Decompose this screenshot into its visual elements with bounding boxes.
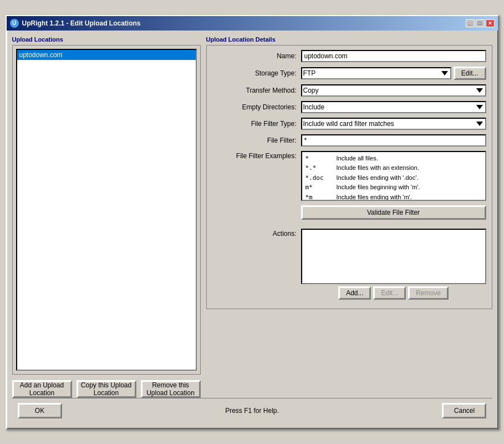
example-key-2: *.* <box>306 163 332 173</box>
window-body: Upload Locations uptodown.com Add an Upl… <box>7 31 498 428</box>
transfer-method-dropdown-wrapper: Copy Move <box>301 84 486 97</box>
storage-type-edit-button[interactable]: Edit... <box>454 67 486 80</box>
file-filter-type-dropdown-wrapper: Include wild card filter matches Exclude… <box>301 118 486 130</box>
file-filter-examples-label: File Filter Examples: <box>212 151 301 160</box>
app-icon: U <box>10 19 19 28</box>
example-desc-3: Include files ending with '.doc'. <box>337 173 419 183</box>
validate-file-filter-button[interactable]: Validate File Filter <box>301 205 486 220</box>
storage-type-dropdown-wrapper: FTP SFTP Local <box>301 67 451 79</box>
window-title: UpRight 1.2.1 - Edit Upload Locations <box>22 19 141 27</box>
minimize-button[interactable]: _ <box>466 19 475 27</box>
storage-type-label: Storage Type: <box>212 69 301 77</box>
file-filter-field <box>301 134 486 147</box>
title-bar: U UpRight 1.2.1 - Edit Upload Locations … <box>7 16 498 31</box>
transfer-method-select[interactable]: Copy Move <box>301 84 486 97</box>
file-filter-type-label: File Filter Type: <box>212 120 301 128</box>
empty-dirs-dropdown-wrapper: Include Exclude <box>301 101 486 113</box>
help-text: Press F1 for Help. <box>225 407 279 415</box>
file-filter-row: File Filter: <box>212 134 486 147</box>
remove-upload-location-button[interactable]: Remove this Upload Location <box>141 380 201 398</box>
file-filter-examples-row: File Filter Examples: * Include all file… <box>212 151 486 201</box>
actions-buttons: Add... Edit... Remove <box>301 286 486 300</box>
details-label: Upload Location Details <box>206 36 492 43</box>
name-row: Name: <box>212 50 486 62</box>
file-filter-examples-field: * Include all files. *.* Include files w… <box>301 151 486 201</box>
actions-row: Actions: Add... Edit... Remove <box>212 229 486 300</box>
transfer-method-field: Copy Move <box>301 84 486 97</box>
empty-dirs-row: Empty Directories: Include Exclude <box>212 101 486 113</box>
maximize-button[interactable]: □ <box>476 19 485 27</box>
example-desc-5: Include files ending with 'm'. <box>337 193 412 201</box>
upload-locations-group: uptodown.com <box>12 45 201 375</box>
example-key-4: m* <box>306 183 332 193</box>
main-content: Upload Locations uptodown.com Add an Upl… <box>12 36 492 398</box>
example-key-3: *.doc <box>306 173 332 183</box>
validate-row: Validate File Filter <box>212 205 486 224</box>
upload-locations-label: Upload Locations <box>12 36 201 43</box>
actions-list[interactable] <box>301 229 486 284</box>
name-field <box>301 50 486 62</box>
transfer-method-label: Transfer Method: <box>212 87 301 94</box>
title-buttons: _ □ ✕ <box>466 19 495 27</box>
empty-dirs-select[interactable]: Include Exclude <box>301 101 486 113</box>
empty-dirs-field: Include Exclude <box>301 101 486 113</box>
actions-label: Actions: <box>212 229 301 238</box>
file-filter-type-select[interactable]: Include wild card filter matches Exclude… <box>301 118 486 130</box>
empty-dirs-label: Empty Directories: <box>212 103 301 111</box>
list-item[interactable]: uptodown.com <box>17 50 196 60</box>
example-row-1: * Include all files. <box>306 154 482 164</box>
add-action-button[interactable]: Add... <box>338 286 371 300</box>
footer: OK Press F1 for Help. Cancel <box>12 398 492 423</box>
right-panel: Upload Location Details Name: Storage Ty… <box>206 36 492 398</box>
storage-type-field: FTP SFTP Local Edit... <box>301 67 486 80</box>
file-filter-type-row: File Filter Type: Include wild card filt… <box>212 118 486 130</box>
ok-button[interactable]: OK <box>18 403 62 418</box>
main-window: U UpRight 1.2.1 - Edit Upload Locations … <box>6 15 499 430</box>
example-key-1: * <box>306 154 332 164</box>
name-input[interactable] <box>301 50 486 62</box>
add-upload-location-button[interactable]: Add an Upload Location <box>12 380 72 398</box>
file-filter-type-field: Include wild card filter matches Exclude… <box>301 118 486 130</box>
remove-action-button[interactable]: Remove <box>408 286 449 300</box>
details-group: Name: Storage Type: FTP SFTP <box>206 45 492 309</box>
example-row-2: *.* Include files with an extension. <box>306 163 482 173</box>
file-filter-examples-box: * Include all files. *.* Include files w… <box>301 151 486 201</box>
edit-action-button[interactable]: Edit... <box>373 286 406 300</box>
bottom-action-buttons: Add an Upload Location Copy this Upload … <box>12 380 201 398</box>
file-filter-label: File Filter: <box>212 137 301 144</box>
example-row-3: *.doc Include files ending with '.doc'. <box>306 173 482 183</box>
storage-type-select[interactable]: FTP SFTP Local <box>301 67 451 79</box>
example-desc-2: Include files with an extension. <box>337 163 419 173</box>
validate-field: Validate File Filter <box>301 205 486 224</box>
name-label: Name: <box>212 52 301 60</box>
file-filter-input[interactable] <box>301 134 486 147</box>
example-row-5: *m Include files ending with 'm'. <box>306 193 482 201</box>
close-button[interactable]: ✕ <box>486 19 495 27</box>
left-panel: Upload Locations uptodown.com Add an Upl… <box>12 36 201 398</box>
cancel-button[interactable]: Cancel <box>442 403 486 418</box>
copy-upload-location-button[interactable]: Copy this Upload Location <box>77 380 136 398</box>
storage-type-row: Storage Type: FTP SFTP Local Edit... <box>212 67 486 80</box>
example-key-5: *m <box>306 193 332 201</box>
actions-area: Add... Edit... Remove <box>301 229 486 300</box>
example-row-4: m* Include files beginning with 'm'. <box>306 183 482 193</box>
upload-locations-list[interactable]: uptodown.com <box>16 49 197 371</box>
transfer-method-row: Transfer Method: Copy Move <box>212 84 486 97</box>
example-desc-1: Include all files. <box>337 154 378 164</box>
example-desc-4: Include files beginning with 'm'. <box>337 183 420 193</box>
title-bar-left: U UpRight 1.2.1 - Edit Upload Locations <box>10 19 141 28</box>
